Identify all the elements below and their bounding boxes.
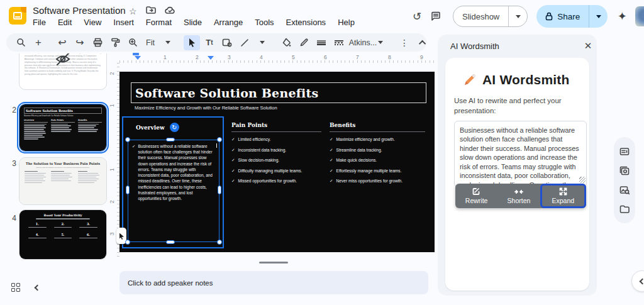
expand-icon (559, 187, 567, 196)
slideshow-button-group: Slideshow (453, 6, 528, 27)
undo-icon[interactable]: ↩ (54, 35, 70, 50)
move-folder-icon[interactable] (146, 6, 156, 16)
menu-item[interactable]: Insert (112, 17, 135, 28)
slide-subtitle[interactable]: Maximize Efficiency and Growth with Our … (135, 105, 277, 111)
insert-line-icon[interactable] (236, 35, 253, 50)
comments-icon[interactable] (426, 7, 445, 26)
ruler-number: 9 (420, 54, 423, 60)
resize-handle-ne[interactable] (217, 137, 222, 142)
textarea-resize-grip[interactable] (579, 177, 586, 183)
refresh-icon[interactable]: ↻ (170, 123, 179, 132)
redo-icon[interactable]: ↪ (72, 35, 88, 50)
collapse-panel-button[interactable] (631, 270, 644, 292)
slide-title: Software Solution Benefits (135, 86, 318, 100)
avatar[interactable] (635, 6, 644, 26)
column-divider (231, 131, 321, 132)
search-icon[interactable] (13, 35, 29, 50)
resize-handle-e[interactable] (218, 186, 221, 194)
speaker-notes[interactable]: Click to add speaker notes (119, 271, 428, 294)
overview-text-box[interactable]: Businesses without a reliable software s… (128, 140, 219, 242)
line-dropdown-arrow[interactable] (254, 35, 270, 50)
font-family-select[interactable]: Atkins... (355, 35, 371, 50)
gemini-spark-icon[interactable]: ✦ (613, 7, 631, 26)
menu-item[interactable]: Extensions (285, 17, 328, 28)
mini-slide-title: Boost Your Productivity (25, 214, 101, 217)
image-search-icon[interactable] (619, 186, 630, 195)
resize-handle-n[interactable] (166, 138, 175, 141)
ai-action-bar: Rewrite Shorten Expand (455, 184, 586, 208)
indent-marker[interactable] (135, 56, 141, 60)
slide-thumbnail-hidden[interactable]: 3. Product Overview: Introduce the innov… (19, 53, 107, 90)
fill-color-icon[interactable] (278, 35, 294, 50)
slide-number: 2 (8, 106, 16, 114)
logo-inner (13, 12, 22, 19)
zoom-select[interactable]: Fit (142, 35, 158, 50)
menu-item[interactable]: Help (336, 17, 356, 28)
grid-view-icon[interactable] (11, 283, 20, 292)
resize-handle-w[interactable] (126, 186, 130, 194)
slide-thumbnail-current[interactable]: Software Solution Benefits Maximize Effi… (19, 104, 107, 152)
overview-text[interactable]: Businesses without a reliable software s… (138, 143, 213, 201)
chevron-down-icon (516, 15, 521, 18)
mini-steps: 1.2.3.4.5.6. (25, 222, 101, 239)
collapse-toolbar-icon[interactable] (415, 35, 431, 50)
version-history-icon[interactable]: ↺ (408, 7, 426, 26)
border-dash-icon[interactable] (331, 35, 347, 50)
slide-number: 4 (8, 214, 16, 223)
mini-col-heading: Benefits (78, 119, 102, 123)
menu-item[interactable]: Slide (182, 17, 203, 28)
ai-text-input[interactable]: Businesses without a reliable software s… (454, 121, 587, 187)
font-dropdown-arrow[interactable] (372, 35, 389, 50)
print-icon[interactable] (89, 35, 106, 50)
menu-item[interactable]: Tools (253, 17, 275, 28)
overview-heading[interactable]: Overview (136, 125, 165, 131)
slide-thumbnail[interactable]: Boost Your Productivity 1.2.3.4.5.6. (19, 209, 107, 260)
border-color-icon[interactable] (296, 35, 312, 50)
resize-handle-se[interactable] (217, 240, 222, 245)
menu-item[interactable]: Format (145, 17, 173, 28)
indent-marker[interactable] (208, 56, 214, 60)
collapse-filmstrip-icon[interactable] (35, 284, 41, 291)
slide-title-box[interactable]: Software Solution Benefits (131, 82, 426, 103)
indent-marker[interactable] (133, 53, 139, 55)
benefits-list: Maximize efficiency and growth.Streamlin… (330, 136, 425, 184)
shorten-button[interactable]: Shorten (497, 184, 540, 208)
slide-thumbnail[interactable]: The Solution to Your Business Pain Point… (19, 157, 107, 205)
slide-canvas[interactable]: Software Solution Benefits Maximize Effi… (119, 72, 435, 252)
folder-icon[interactable] (619, 205, 630, 213)
resize-handle-s[interactable] (166, 240, 175, 244)
expand-button[interactable]: Expand (540, 184, 586, 208)
close-icon[interactable]: ✕ (582, 40, 594, 52)
paint-format-icon[interactable] (107, 35, 123, 50)
slideshow-button[interactable]: Slideshow (453, 6, 508, 26)
slides-logo-icon[interactable] (9, 7, 26, 25)
rewrite-button[interactable]: Rewrite (455, 184, 497, 208)
share-dropdown[interactable] (589, 5, 608, 28)
slideshow-dropdown[interactable] (508, 6, 527, 26)
zoom-in-icon[interactable] (125, 35, 141, 50)
menu-item[interactable]: Edit (57, 17, 73, 28)
more-options-icon[interactable]: ⋮ (396, 35, 413, 50)
horizontal-ruler[interactable]: 1 2 3 4 5 6 7 8 9 (119, 54, 435, 63)
insert-shape-icon[interactable] (219, 35, 235, 50)
zoom-dropdown-arrow[interactable] (160, 35, 176, 50)
cloud-status-icon[interactable] (165, 6, 175, 16)
layout-card-icon[interactable] (619, 147, 630, 156)
new-slide-button[interactable]: + (30, 35, 47, 50)
resize-handle-sw[interactable] (125, 240, 130, 245)
benefits-column[interactable]: Benefits Maximize efficiency and growth.… (330, 122, 425, 184)
slide-number: 3 (8, 159, 16, 168)
share-button[interactable]: Share (536, 5, 589, 28)
menu-item[interactable]: Arrange (213, 17, 244, 28)
menu-item[interactable]: File (31, 17, 47, 28)
select-tool-icon[interactable] (184, 35, 200, 50)
photo-stack-icon[interactable] (619, 166, 630, 175)
resize-handle-nw[interactable] (125, 137, 130, 142)
star-icon[interactable]: ☆ (129, 6, 137, 16)
document-title[interactable]: Software Presentation (33, 5, 126, 16)
pain-points-column[interactable]: Pain Points Limited efficiency.Inconsist… (231, 122, 321, 184)
border-weight-icon[interactable] (313, 35, 330, 50)
menu-item[interactable]: View (82, 17, 103, 28)
text-box-icon[interactable]: Tt (201, 35, 218, 50)
notes-resize-handle[interactable] (259, 262, 288, 263)
